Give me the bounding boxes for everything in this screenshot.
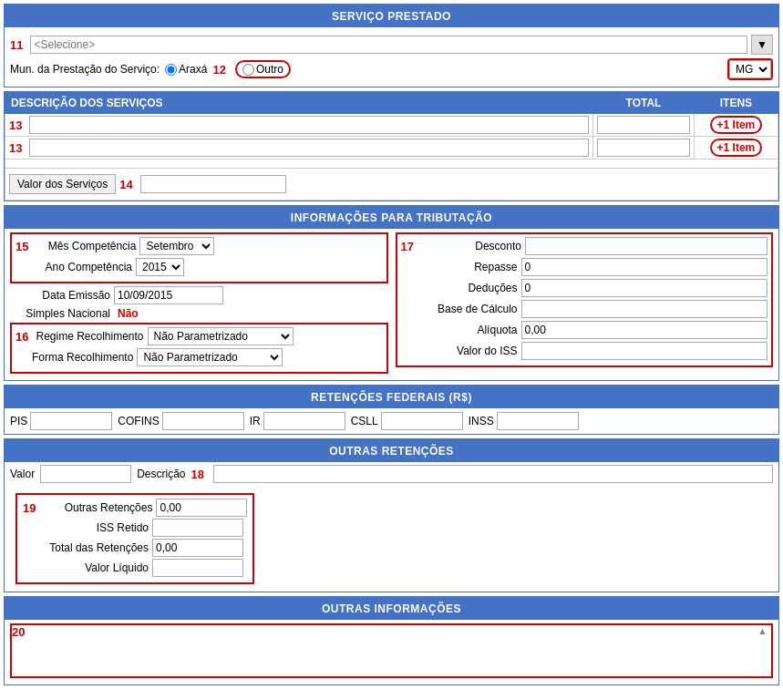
cofins-input[interactable]	[162, 412, 244, 430]
desc-row1-cell: 13	[5, 114, 593, 137]
desc-row1-input[interactable]	[29, 116, 589, 134]
outras-informacoes-title: OUTRAS INFORMAÇÕES	[322, 602, 461, 615]
col-total-text: TOTAL	[626, 97, 662, 109]
mun-prestacao-row: Mun. da Prestação do Serviço: Araxá 12 O…	[10, 58, 773, 80]
csll-item: CSLL	[351, 412, 463, 430]
total-ret-row: Total das Retenções	[23, 539, 247, 557]
tributacao-right: 17 Desconto Repasse Deduções Base de Cál…	[396, 232, 774, 376]
table-row: 13 +1 Item	[5, 137, 778, 160]
pis-item: PIS	[10, 412, 112, 430]
plus-item-row1-text: +1 Item	[717, 118, 756, 131]
col-itens-text: ITENS	[720, 97, 752, 109]
servico-prestado-body: 11 ▼ Mun. da Prestação do Serviço: Araxá…	[5, 27, 778, 87]
total-row2-cell	[593, 137, 695, 160]
ano-comp-label: Ano Competência	[32, 261, 132, 273]
retencoes-federais-row: PIS COFINS IR CSLL INSS	[5, 408, 778, 434]
cofins-item: COFINS	[118, 412, 243, 430]
total-row1-input[interactable]	[597, 116, 690, 134]
total-row2-input[interactable]	[597, 139, 690, 157]
servico-select-row: 11 ▼	[10, 35, 773, 55]
num15-label: 15	[15, 240, 28, 253]
deducoes-row: Deduções	[401, 279, 768, 297]
iss-retido-input[interactable]	[152, 519, 243, 537]
valor-outras-label: Valor	[10, 468, 35, 480]
outras-ret-sum-input[interactable]	[156, 499, 247, 517]
col-desc-text: DESCRIÇÃO DOS SERVIÇOS	[11, 97, 162, 109]
tributacao-title: INFORMAÇÕES PARA TRIBUTAÇÃO	[291, 211, 492, 224]
csll-label: CSLL	[351, 415, 378, 427]
repasse-input[interactable]	[521, 258, 768, 276]
retencoes-federais-header: RETENÇÕES FEDERAIS (R$)	[5, 386, 778, 408]
base-calc-label: Base de Cálculo	[417, 303, 518, 315]
col-desc-header: DESCRIÇÃO DOS SERVIÇOS	[5, 93, 593, 114]
outras-ret-sum-label: Outras Retenções	[43, 501, 152, 514]
inss-label: INSS	[469, 415, 494, 427]
aliquota-input[interactable]	[521, 321, 768, 339]
radio-araxa-label[interactable]: Araxá	[165, 63, 207, 76]
plus-item-row2-button[interactable]: +1 Item	[710, 139, 763, 157]
num13-row1: 13	[9, 118, 22, 132]
valor-iss-row: Valor do ISS	[401, 342, 768, 360]
ano-comp-row: Ano Competência 20152013201420162017	[15, 258, 383, 276]
valor-servicos-input[interactable]	[140, 175, 286, 193]
tributacao-section: INFORMAÇÕES PARA TRIBUTAÇÃO 15 Mês Compe…	[4, 205, 779, 381]
radio-araxa[interactable]	[165, 64, 177, 76]
valor-outras-input[interactable]	[40, 465, 131, 483]
pis-input[interactable]	[30, 412, 112, 430]
outras-retencoes-row: Valor Descrição 18	[5, 462, 778, 486]
descricao-table: DESCRIÇÃO DOS SERVIÇOS TOTAL ITENS 13	[5, 92, 778, 201]
iss-retido-row: ISS Retido	[23, 519, 247, 537]
num14-label: 14	[119, 178, 132, 191]
total-row1-cell	[593, 114, 695, 137]
radio-outro-label[interactable]: Outro	[235, 60, 291, 78]
mes-comp-select[interactable]: Setembro JaneiroFevereiroMarço AbrilMaio…	[139, 237, 214, 255]
forma-row: Forma Recolhimento Não Parametrizado	[15, 348, 383, 366]
regime-select[interactable]: Não Parametrizado	[148, 327, 294, 345]
csll-input[interactable]	[381, 412, 463, 430]
ir-item: IR	[250, 412, 345, 430]
retencoes-federais-section: RETENÇÕES FEDERAIS (R$) PIS COFINS IR CS…	[4, 385, 779, 435]
descricao-servicos-section: DESCRIÇÃO DOS SERVIÇOS TOTAL ITENS 13	[4, 91, 779, 201]
repasse-row: Repasse	[401, 258, 768, 276]
ir-label: IR	[250, 415, 261, 427]
ano-comp-select[interactable]: 20152013201420162017	[136, 258, 184, 276]
desc-row2-input[interactable]	[29, 139, 589, 157]
scroll-up-icon[interactable]: ▲	[757, 625, 768, 636]
state-select[interactable]: MG SP RJ	[729, 60, 771, 78]
spacer-cell	[5, 160, 778, 169]
valor-servicos-label: Valor dos Serviços	[17, 178, 108, 190]
mes-ano-box: 15 Mês Competência Setembro JaneiroFever…	[10, 232, 388, 283]
valor-servicos-button[interactable]: Valor dos Serviços	[9, 174, 116, 194]
itens-row2-cell: +1 Item	[694, 137, 778, 160]
outras-retencoes-title: OUTRAS RETENÇÕES	[329, 445, 454, 458]
dropdown-icon: ▼	[757, 38, 768, 51]
aliquota-label: Alíquota	[417, 324, 518, 336]
servico-select-input[interactable]	[30, 36, 747, 54]
data-emissao-input[interactable]	[114, 286, 223, 304]
outras-informacoes-textarea[interactable]	[10, 623, 773, 678]
radio-outro[interactable]	[242, 64, 254, 76]
base-calc-input[interactable]	[521, 300, 768, 318]
total-ret-input[interactable]	[152, 539, 243, 557]
data-emissao-label: Data Emissão	[10, 289, 110, 302]
ir-input[interactable]	[263, 412, 345, 430]
servico-dropdown-button[interactable]: ▼	[751, 35, 773, 55]
mes-comp-row: 15 Mês Competência Setembro JaneiroFever…	[15, 237, 383, 255]
num16-label: 16	[15, 330, 28, 344]
valor-liquido-input[interactable]	[152, 559, 243, 577]
descricao-outras-input[interactable]	[213, 465, 773, 483]
num18-label: 18	[191, 468, 203, 481]
valor-servicos-cell: Valor dos Serviços 14	[5, 169, 778, 201]
iss-calc-box: 17 Desconto Repasse Deduções Base de Cál…	[396, 232, 774, 367]
num19-label: 19	[23, 501, 36, 515]
num12-label: 12	[212, 63, 225, 77]
inss-input[interactable]	[497, 412, 579, 430]
deducoes-input[interactable]	[521, 279, 768, 297]
regime-label: Regime Recolhimento	[36, 330, 143, 343]
valor-liquido-label: Valor Líquido	[39, 561, 149, 574]
mes-comp-label: Mês Competência	[36, 240, 136, 252]
plus-item-row1-button[interactable]: +1 Item	[710, 116, 763, 134]
forma-select[interactable]: Não Parametrizado	[137, 348, 283, 366]
desconto-input[interactable]	[525, 237, 768, 255]
valor-iss-input[interactable]	[521, 342, 768, 360]
